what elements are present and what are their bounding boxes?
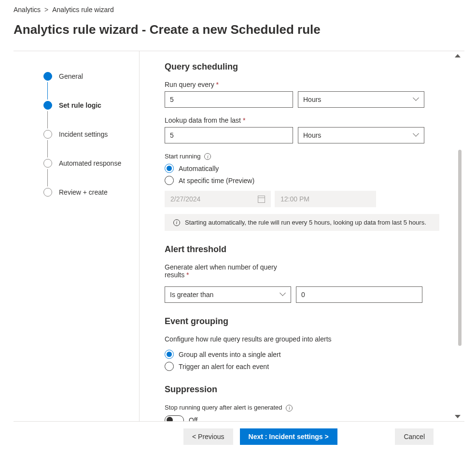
step-incident-settings[interactable]: Incident settings bbox=[43, 128, 139, 140]
radio-label: Group all events into a single alert bbox=[179, 351, 281, 358]
start-running-radio-group: Automatically At specific time (Preview) bbox=[165, 164, 439, 185]
step-label: Review + create bbox=[59, 188, 108, 196]
section-suppression: Suppression bbox=[165, 384, 439, 395]
start-running-label: Start running bbox=[165, 153, 200, 160]
wizard-footer: < Previous Next : Incident settings > Ca… bbox=[14, 421, 464, 454]
wizard-steps: General Set rule logic Incident settings… bbox=[14, 51, 139, 421]
step-dot-icon bbox=[43, 72, 52, 81]
radio-automatically[interactable]: Automatically bbox=[165, 164, 439, 173]
run-query-label: Run query every bbox=[165, 81, 219, 88]
radio-label: Trigger an alert for each event bbox=[179, 363, 269, 370]
previous-button[interactable]: < Previous bbox=[183, 428, 233, 445]
radio-alert-each-event[interactable]: Trigger an alert for each event bbox=[165, 362, 439, 371]
lookup-unit-select[interactable]: Hours bbox=[298, 127, 424, 143]
chevron-down-icon bbox=[413, 132, 419, 138]
info-text: Starting automatically, the rule will ru… bbox=[185, 219, 426, 226]
step-dot-icon bbox=[43, 188, 52, 197]
section-alert-threshold: Alert threshold bbox=[165, 244, 439, 255]
run-query-unit-select[interactable]: Hours bbox=[298, 91, 424, 108]
threshold-operator-select[interactable]: Is greater than bbox=[165, 286, 291, 303]
breadcrumb-root[interactable]: Analytics bbox=[14, 6, 41, 14]
select-value: Hours bbox=[303, 131, 321, 139]
toggle-knob-icon bbox=[167, 417, 173, 421]
suppression-toggle[interactable] bbox=[165, 415, 184, 421]
toggle-state-label: Off bbox=[189, 416, 197, 421]
threshold-label: Generate alert when number of query resu… bbox=[165, 263, 280, 279]
section-event-grouping: Event grouping bbox=[165, 316, 439, 327]
step-review-create[interactable]: Review + create bbox=[43, 186, 139, 198]
form-content: Query scheduling Run query every 5 Hours… bbox=[140, 51, 464, 421]
breadcrumb-separator: > bbox=[44, 6, 48, 14]
step-dot-icon bbox=[43, 130, 52, 139]
breadcrumb: Analytics > Analytics rule wizard bbox=[14, 6, 464, 14]
radio-group-single-alert[interactable]: Group all events into a single alert bbox=[165, 350, 439, 359]
run-query-value-input[interactable]: 5 bbox=[165, 91, 293, 108]
info-icon: i bbox=[173, 219, 180, 226]
lookup-value-input[interactable]: 5 bbox=[165, 127, 293, 143]
next-button[interactable]: Next : Incident settings > bbox=[240, 428, 337, 445]
grouping-radio-group: Group all events into a single alert Tri… bbox=[165, 350, 439, 371]
step-label: Set rule logic bbox=[59, 101, 101, 109]
radio-label: Automatically bbox=[179, 165, 219, 172]
step-dot-icon bbox=[43, 159, 52, 168]
section-query-scheduling: Query scheduling bbox=[165, 62, 439, 72]
step-label: Automated response bbox=[59, 159, 121, 167]
select-value: Hours bbox=[303, 96, 321, 103]
radio-label: At specific time (Preview) bbox=[179, 177, 254, 185]
step-set-rule-logic[interactable]: Set rule logic bbox=[43, 99, 139, 111]
select-value: Is greater than bbox=[170, 291, 213, 298]
cancel-button[interactable]: Cancel bbox=[395, 428, 434, 445]
start-time-input: 12:00 PM bbox=[275, 191, 376, 207]
info-icon[interactable]: i bbox=[286, 405, 293, 412]
step-automated-response[interactable]: Automated response bbox=[43, 157, 139, 169]
page-title: Analytics rule wizard - Create a new Sch… bbox=[14, 22, 464, 37]
radio-specific-time[interactable]: At specific time (Preview) bbox=[165, 176, 439, 185]
start-date-input: 2/27/2024 bbox=[165, 191, 271, 207]
lookup-data-label: Lookup data from the last bbox=[165, 116, 245, 124]
info-icon[interactable]: i bbox=[204, 153, 211, 160]
time-value: 12:00 PM bbox=[280, 195, 309, 203]
grouping-label: Configure how rule query results are gro… bbox=[165, 335, 332, 343]
step-label: Incident settings bbox=[59, 130, 108, 138]
step-dot-icon bbox=[43, 101, 52, 110]
calendar-icon bbox=[258, 196, 265, 203]
chevron-down-icon bbox=[413, 97, 419, 102]
step-label: General bbox=[59, 72, 83, 80]
chevron-down-icon bbox=[280, 292, 286, 298]
suppression-label: Stop running query after alert is genera… bbox=[165, 404, 282, 411]
date-value: 2/27/2024 bbox=[170, 195, 200, 203]
breadcrumb-current: Analytics rule wizard bbox=[52, 6, 114, 14]
threshold-value-input[interactable]: 0 bbox=[296, 286, 422, 303]
scheduling-info-banner: i Starting automatically, the rule will … bbox=[165, 214, 439, 231]
step-general[interactable]: General bbox=[43, 71, 139, 82]
